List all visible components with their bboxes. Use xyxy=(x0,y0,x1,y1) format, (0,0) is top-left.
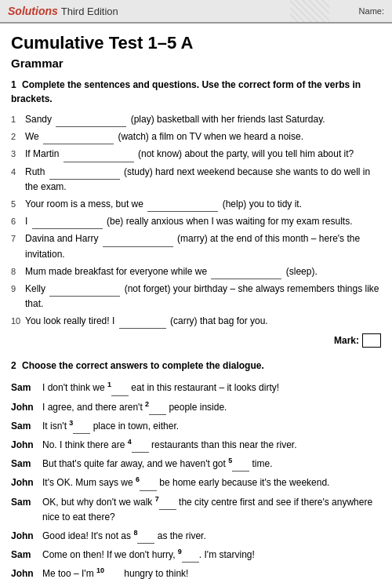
sentence-row-8: 8 Mum made breakfast for everyone while … xyxy=(11,264,381,279)
blank-5[interactable] xyxy=(147,201,218,212)
dialogue-text-sam-5: Come on then! If we don't hurry, 9. I'm … xyxy=(42,546,381,563)
dialogue-text-sam-2: It isn't 3 place in town, either. xyxy=(42,417,381,434)
q1-mark-label: Mark: xyxy=(334,335,359,346)
dialogue-blank-9[interactable] xyxy=(182,552,199,563)
dialogue-blank-3[interactable] xyxy=(73,424,90,434)
speaker-john-5: John xyxy=(11,566,42,579)
sent-text-5: Your room is a mess, but we (help) you t… xyxy=(25,197,381,212)
dialogue-row-sam-4: Sam OK, but why don't we walk 7 the city… xyxy=(11,493,381,525)
dialogue-blank-1[interactable] xyxy=(111,386,129,396)
blank-3[interactable] xyxy=(64,151,134,162)
sent-text-3: If Martin (not know) about the party, wi… xyxy=(25,147,381,162)
sent-num-1: 1 xyxy=(11,113,25,127)
dialogue-text-john-1: I agree, and there aren't 2 people insid… xyxy=(42,399,381,415)
blank-2[interactable] xyxy=(43,133,114,144)
sent-text-10: You look really tired! I (carry) that ba… xyxy=(25,314,381,329)
dialogue-text-john-2: No. I think there are 4 restaurants than… xyxy=(42,436,381,453)
sent-text-2: We (watch) a film on TV when we heard a … xyxy=(25,129,381,144)
sentence-row-5: 5 Your room is a mess, but we (help) you… xyxy=(11,197,381,212)
sent-num-6: 6 xyxy=(11,215,25,229)
dialogue-text-sam-1: I don't think we 1 eat in this restauran… xyxy=(42,379,381,395)
question-2-block: 2 Choose the correct answers to complete… xyxy=(11,359,381,579)
dialogue-blank-8[interactable] xyxy=(137,533,154,544)
dialogue-text-john-4: Good idea! It's not as 8 as the river. xyxy=(42,527,381,544)
main-content: Cumulative Test 1–5 A Grammar 1 Complete… xyxy=(0,24,392,579)
speaker-sam-5: Sam xyxy=(11,548,42,563)
blank-1[interactable] xyxy=(56,116,126,127)
sent-num-5: 5 xyxy=(11,198,25,212)
dialogue-blank-2[interactable] xyxy=(149,405,166,415)
speaker-sam-1: Sam xyxy=(11,381,42,395)
sent-num-7: 7 xyxy=(11,232,25,246)
sentence-row-3: 3 If Martin (not know) about the party, … xyxy=(11,147,381,162)
blank-6[interactable] xyxy=(32,218,103,229)
sent-text-4: Ruth (study) hard next weekend because s… xyxy=(25,165,381,195)
sent-num-10: 10 xyxy=(11,315,25,329)
dialogue-row-john-4: John Good idea! It's not as 8 as the riv… xyxy=(11,527,381,544)
dialogue-row-john-3: John It's OK. Mum says we 6 be home earl… xyxy=(11,474,381,490)
sentence-row-7: 7 Davina and Harry (marry) at the end of… xyxy=(11,231,381,261)
dialogue-text-john-3: It's OK. Mum says we 6 be home early bec… xyxy=(42,474,381,490)
dialogue-blank-7[interactable] xyxy=(159,500,176,510)
sentence-row-2: 2 We (watch) a film on TV when we heard … xyxy=(11,129,381,144)
q1-instruction-text: Complete the sentences and questions. Us… xyxy=(11,79,361,104)
question-1-block: 1 Complete the sentences and questions. … xyxy=(11,78,381,348)
blank-4[interactable] xyxy=(49,169,120,180)
sup-10: 10 xyxy=(96,566,104,574)
sentence-row-6: 6 I (be) really anxious when I was waiti… xyxy=(11,214,381,229)
sent-num-8: 8 xyxy=(11,265,25,279)
sent-num-9: 9 xyxy=(11,282,25,297)
q1-mark-box: Mark: xyxy=(334,333,381,348)
dialogue-blank-5[interactable] xyxy=(232,461,249,472)
blank-7[interactable] xyxy=(103,236,173,247)
speaker-john-3: John xyxy=(11,475,42,490)
q2-instruction-header: 2 Choose the correct answers to complete… xyxy=(11,359,381,373)
dialogue-row-sam-1: Sam I don't think we 1 eat in this resta… xyxy=(11,379,381,395)
dialogue-blank-6[interactable] xyxy=(140,481,157,491)
logo-edition-text: Third Edition xyxy=(61,5,118,17)
dialogue-row-sam-5: Sam Come on then! If we don't hurry, 9. … xyxy=(11,546,381,563)
blank-10[interactable] xyxy=(119,318,166,329)
sent-num-3: 3 xyxy=(11,147,25,162)
dialogue-text-sam-3: But that's quite far away, and we haven'… xyxy=(42,455,381,472)
dialogue-text-sam-4: OK, but why don't we walk 7 the city cen… xyxy=(42,493,381,525)
blank-8[interactable] xyxy=(211,268,281,279)
dialogue-text-john-5: Me too – I'm 10 hungry to think! xyxy=(42,565,381,579)
sent-text-1: Sandy (play) basketball with her friends… xyxy=(25,112,381,127)
dialogue-row-sam-3: Sam But that's quite far away, and we ha… xyxy=(11,455,381,472)
sentence-row-10: 10 You look really tired! I (carry) that… xyxy=(11,314,381,329)
q1-number: 1 xyxy=(11,79,16,90)
page-header: Solutions Third Edition Name: xyxy=(0,0,392,24)
dialogue-blank-4[interactable] xyxy=(132,442,149,453)
q2-instruction-text: Choose the correct answers to complete t… xyxy=(22,360,264,371)
sent-text-9: Kelly (not forget) your birthday – she a… xyxy=(25,282,381,311)
speaker-sam-4: Sam xyxy=(11,495,42,510)
sent-text-8: Mum made breakfast for everyone while we… xyxy=(25,264,381,279)
speaker-sam-3: Sam xyxy=(11,457,42,472)
q1-instruction: 1 Complete the sentences and questions. … xyxy=(11,78,381,106)
dialogue-row-john-1: John I agree, and there aren't 2 people … xyxy=(11,399,381,415)
sent-num-4: 4 xyxy=(11,166,25,180)
header-decoration xyxy=(290,0,329,22)
sent-text-6: I (be) really anxious when I was waiting… xyxy=(25,214,381,229)
dialogue-row-sam-2: Sam It isn't 3 place in town, either. xyxy=(11,417,381,434)
dialogue-row-john-5: John Me too – I'm 10 hungry to think! xyxy=(11,565,381,579)
q1-mark-square xyxy=(362,333,381,348)
sent-num-2: 2 xyxy=(11,130,25,144)
header-name-label: Name: xyxy=(359,6,384,16)
blank-9[interactable] xyxy=(49,286,120,297)
speaker-john-1: John xyxy=(11,400,42,415)
sentence-row-9: 9 Kelly (not forget) your birthday – she… xyxy=(11,282,381,311)
sentence-row-1: 1 Sandy (play) basketball with her frien… xyxy=(11,112,381,127)
header-logo: Solutions Third Edition xyxy=(8,5,118,17)
logo-solutions-text: Solutions xyxy=(8,5,58,17)
q1-mark-row: Mark: xyxy=(11,333,381,348)
dialogue-blank-10[interactable] xyxy=(104,572,122,580)
q2-number: 2 xyxy=(11,360,16,371)
sent-text-7: Davina and Harry (marry) at the end of t… xyxy=(25,231,381,261)
test-title: Cumulative Test 1–5 A xyxy=(11,33,381,53)
section-title: Grammar xyxy=(11,56,381,70)
speaker-sam-2: Sam xyxy=(11,419,42,434)
dialogue-row-john-2: John No. I think there are 4 restaurants… xyxy=(11,436,381,453)
sentence-row-4: 4 Ruth (study) hard next weekend because… xyxy=(11,165,381,195)
